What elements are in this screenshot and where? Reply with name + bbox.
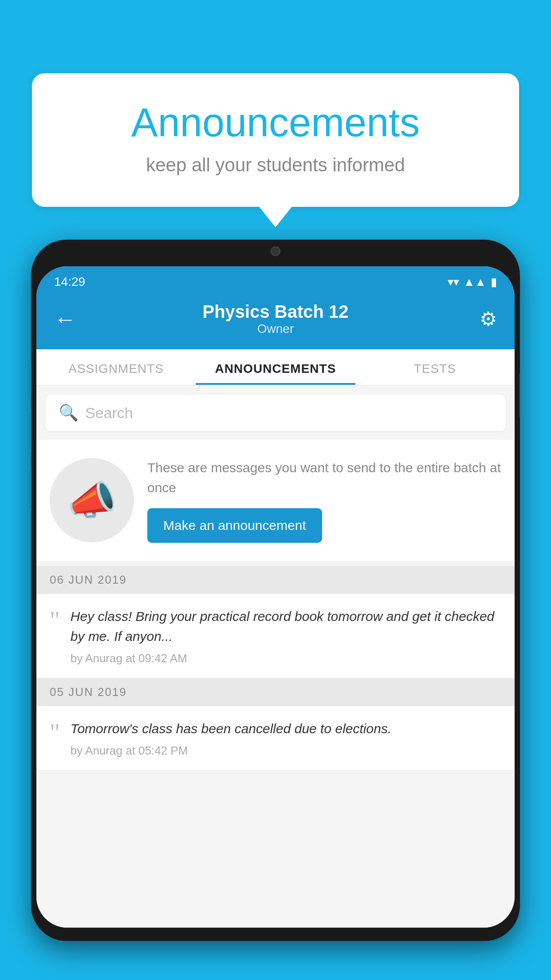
phone-screen: 14:29 ▾▾ ▲▲ ▮ ← Physics Batch 12 Owner ⚙ (36, 266, 515, 928)
promo-description: These are messages you want to send to t… (147, 458, 501, 498)
phone-inner: 14:29 ▾▾ ▲▲ ▮ ← Physics Batch 12 Owner ⚙ (36, 266, 515, 928)
announcement-meta-2: by Anurag at 05:42 PM (71, 744, 501, 758)
speech-bubble: Announcements keep all your students inf… (32, 73, 519, 207)
announcement-message-2: Tomorrow's class has been cancelled due … (71, 719, 501, 739)
bubble-subtitle: keep all your students informed (67, 154, 484, 176)
search-bar[interactable]: 🔍 Search (45, 395, 506, 431)
date-separator-2: 05 JUN 2019 (36, 678, 515, 706)
phone-device: 14:29 ▾▾ ▲▲ ▮ ← Physics Batch 12 Owner ⚙ (31, 240, 520, 941)
megaphone-icon: 📣 (67, 477, 117, 524)
back-button[interactable]: ← (54, 306, 81, 332)
announcement-text-area-1: Hey class! Bring your practical record b… (71, 606, 501, 665)
announcement-item-2[interactable]: " Tomorrow's class has been cancelled du… (36, 706, 515, 771)
phone-content: 🔍 Search 📣 These are messages you want t… (36, 386, 515, 928)
power-button (519, 373, 520, 417)
announcement-icon-circle: 📣 (50, 458, 134, 542)
volume-down-button (31, 466, 32, 510)
announcement-message-1: Hey class! Bring your practical record b… (71, 606, 501, 646)
search-placeholder: Search (85, 404, 133, 422)
quote-icon-1: " (50, 608, 60, 633)
tabs-bar: ASSIGNMENTS ANNOUNCEMENTS TESTS (36, 349, 515, 386)
volume-silent-button (31, 364, 32, 395)
app-header: ← Physics Batch 12 Owner ⚙ (36, 293, 515, 349)
status-time: 14:29 (54, 275, 85, 289)
header-subtitle: Owner (81, 322, 470, 336)
date-separator-1: 06 JUN 2019 (36, 566, 515, 594)
volume-up-button (31, 408, 32, 453)
phone-notch (231, 240, 320, 262)
announcement-item-1[interactable]: " Hey class! Bring your practical record… (36, 594, 515, 678)
status-bar: 14:29 ▾▾ ▲▲ ▮ (36, 266, 515, 293)
promo-text-area: These are messages you want to send to t… (147, 458, 501, 543)
signal-icon: ▲▲ (464, 275, 486, 289)
tab-announcements[interactable]: ANNOUNCEMENTS (196, 349, 355, 385)
tab-assignments[interactable]: ASSIGNMENTS (36, 349, 196, 385)
phone-wrapper: 14:29 ▾▾ ▲▲ ▮ ← Physics Batch 12 Owner ⚙ (31, 240, 520, 980)
promo-card: 📣 These are messages you want to send to… (36, 440, 515, 561)
wifi-icon: ▾▾ (448, 275, 459, 289)
settings-icon[interactable]: ⚙ (470, 308, 497, 330)
status-icons: ▾▾ ▲▲ ▮ (448, 275, 497, 289)
search-icon: 🔍 (59, 403, 79, 422)
quote-icon-2: " (50, 720, 60, 745)
header-title: Physics Batch 12 (81, 302, 470, 322)
tab-tests[interactable]: TESTS (355, 349, 515, 385)
battery-icon: ▮ (491, 275, 497, 289)
announcement-meta-1: by Anurag at 09:42 AM (71, 652, 501, 665)
make-announcement-button[interactable]: Make an announcement (147, 508, 322, 543)
bubble-title: Announcements (67, 100, 484, 146)
phone-camera (271, 246, 280, 256)
speech-bubble-container: Announcements keep all your students inf… (32, 73, 519, 207)
announcement-text-area-2: Tomorrow's class has been cancelled due … (71, 719, 501, 758)
header-title-area: Physics Batch 12 Owner (81, 302, 470, 336)
